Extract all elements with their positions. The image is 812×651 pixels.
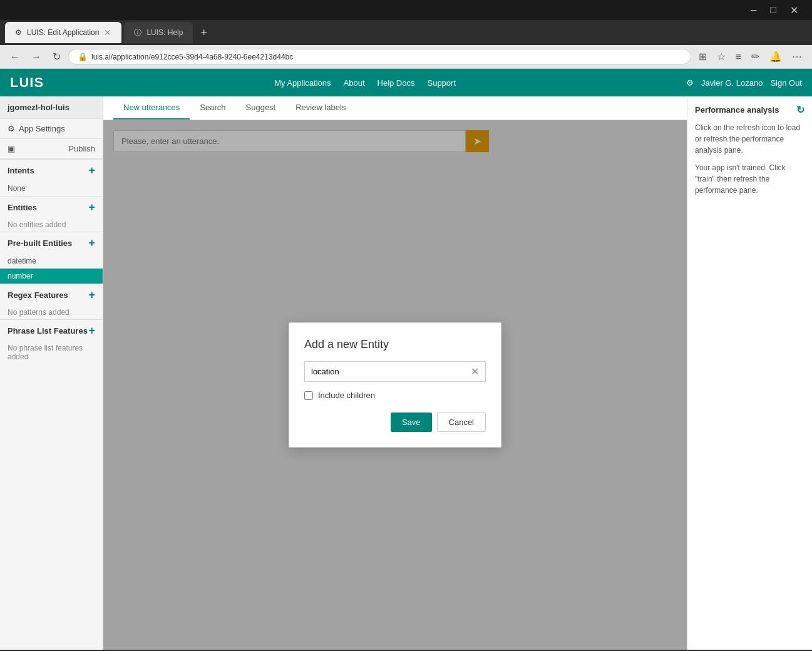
sign-out-link[interactable]: Sign Out [770, 78, 802, 88]
tab-luis-edit[interactable]: ⚙ LUIS: Edit Application ✕ [5, 22, 121, 43]
tabs-bar: New utterances Search Suggest Review lab… [103, 96, 687, 120]
tab-close-edit[interactable]: ✕ [104, 28, 111, 38]
close-window-button[interactable]: ✕ [784, 3, 804, 18]
extensions-button[interactable]: ⊞ [695, 49, 711, 64]
app-nav: My Applications About Help Docs Support [274, 78, 456, 88]
tab-luis-help[interactable]: ⓘ LUIS: Help [124, 22, 193, 43]
app-container: LUIS My Applications About Help Docs Sup… [0, 69, 812, 651]
reload-button[interactable]: ↻ [49, 49, 64, 64]
no-patterns-label: No patterns added [0, 305, 103, 319]
menu-button[interactable]: ≡ [732, 49, 745, 64]
lock-icon: 🔒 [78, 52, 88, 61]
browser-actions: ⊞ ☆ ≡ ✏ 🔔 ⋯ [695, 49, 806, 64]
tab-label: LUIS: Edit Application [27, 28, 99, 37]
prebuilt-entities-section-header: Pre-built Entities + [0, 232, 103, 254]
user-name[interactable]: Javier G. Lozano [701, 78, 763, 88]
performance-panel: Performance analysis ↻ Click on the refr… [687, 96, 812, 650]
add-entity-button[interactable]: + [88, 202, 95, 213]
forward-button[interactable]: → [28, 50, 45, 64]
include-children-row: Include children [304, 391, 486, 400]
tab-search[interactable]: Search [190, 96, 235, 120]
url-bar[interactable]: 🔒 luis.ai/application/e912cce5-39d4-4a68… [68, 49, 691, 64]
no-entities-label: No entities added [0, 218, 103, 232]
maximize-button[interactable]: □ [764, 3, 783, 18]
phrase-list-features-section-header: Phrase List Features + [0, 319, 103, 341]
add-phrase-list-feature-button[interactable]: + [88, 325, 95, 336]
include-children-checkbox[interactable] [304, 391, 313, 400]
modal-overlay: Add a new Entity ✕ Include children Save… [103, 120, 687, 650]
modal-title: Add a new Entity [304, 338, 486, 351]
app-logo: LUIS [10, 74, 44, 91]
notifications-button[interactable]: 🔔 [766, 49, 786, 64]
my-applications-link[interactable]: My Applications [274, 78, 331, 88]
help-docs-link[interactable]: Help Docs [378, 78, 415, 88]
tab-new-utterances[interactable]: New utterances [113, 96, 190, 120]
edit-button[interactable]: ✏ [748, 49, 763, 64]
no-phrase-list-label: No phrase list features added [0, 341, 103, 364]
performance-text-1: Click on the refresh icon to load or ref… [695, 122, 804, 156]
app-settings-button[interactable]: ⚙ App Settings [0, 119, 103, 139]
add-entity-modal: Add a new Entity ✕ Include children Save… [289, 322, 501, 448]
support-link[interactable]: Support [427, 78, 456, 88]
add-prebuilt-entity-button[interactable]: + [88, 237, 95, 249]
entities-section-header: Entities + [0, 196, 103, 218]
new-tab-button[interactable]: + [195, 26, 212, 39]
performance-panel-title: Performance analysis ↻ [695, 104, 804, 116]
tab-icon: ⚙ [15, 28, 22, 37]
about-link[interactable]: About [344, 78, 365, 88]
regex-features-section-header: Regex Features + [0, 284, 103, 305]
save-entity-button[interactable]: Save [391, 413, 432, 432]
browser-chrome: ⚙ LUIS: Edit Application ✕ ⓘ LUIS: Help … [0, 20, 812, 45]
minimize-button[interactable]: – [744, 3, 763, 18]
add-regex-feature-button[interactable]: + [88, 289, 95, 300]
sidebar-item-datetime[interactable]: datetime [0, 254, 103, 269]
cancel-entity-button[interactable]: Cancel [437, 413, 486, 432]
back-button[interactable]: ← [6, 50, 24, 64]
window-controls: – □ ✕ [744, 3, 804, 18]
app-header: LUIS My Applications About Help Docs Sup… [0, 69, 812, 96]
gear-icon: ⚙ [8, 124, 15, 133]
entity-name-input[interactable] [305, 362, 465, 381]
modal-actions: Save Cancel [304, 413, 486, 432]
browser-controls-bar: ← → ↻ 🔒 luis.ai/application/e912cce5-39d… [0, 45, 812, 69]
publish-button[interactable]: ▣ Publish [0, 139, 103, 159]
content-body: ➤ Add a new Entity ✕ Include children [103, 120, 687, 650]
window-chrome: – □ ✕ [0, 0, 812, 20]
favorites-button[interactable]: ☆ [713, 49, 729, 64]
clear-entity-input-button[interactable]: ✕ [465, 362, 485, 381]
tab-help-label: LUIS: Help [146, 28, 183, 37]
refresh-performance-button[interactable]: ↻ [796, 104, 804, 116]
intents-section-header: Intents + [0, 159, 103, 181]
tab-help-icon: ⓘ [134, 28, 141, 38]
modal-input-row: ✕ [304, 361, 486, 382]
sidebar-item-number[interactable]: number [0, 269, 103, 284]
include-children-label: Include children [318, 391, 375, 400]
content-area: New utterances Search Suggest Review lab… [103, 96, 687, 650]
url-text: luis.ai/application/e912cce5-39d4-4a68-9… [91, 53, 293, 61]
publish-icon: ▣ [8, 144, 15, 153]
more-button[interactable]: ⋯ [788, 49, 806, 64]
sidebar: jgomezl-hol-luis ⚙ App Settings ▣ Publis… [0, 96, 103, 650]
tab-review-labels[interactable]: Review labels [285, 96, 356, 120]
app-name-label: jgomezl-hol-luis [0, 96, 103, 119]
add-intent-button[interactable]: + [88, 165, 95, 176]
settings-icon: ⚙ [686, 78, 694, 88]
main-layout: jgomezl-hol-luis ⚙ App Settings ▣ Publis… [0, 96, 812, 650]
performance-text-2: Your app isn't trained. Click "train" th… [695, 162, 804, 196]
app-nav-right: ⚙ Javier G. Lozano Sign Out [686, 78, 802, 88]
sidebar-item-none[interactable]: None [0, 181, 103, 196]
tab-suggest[interactable]: Suggest [236, 96, 286, 120]
